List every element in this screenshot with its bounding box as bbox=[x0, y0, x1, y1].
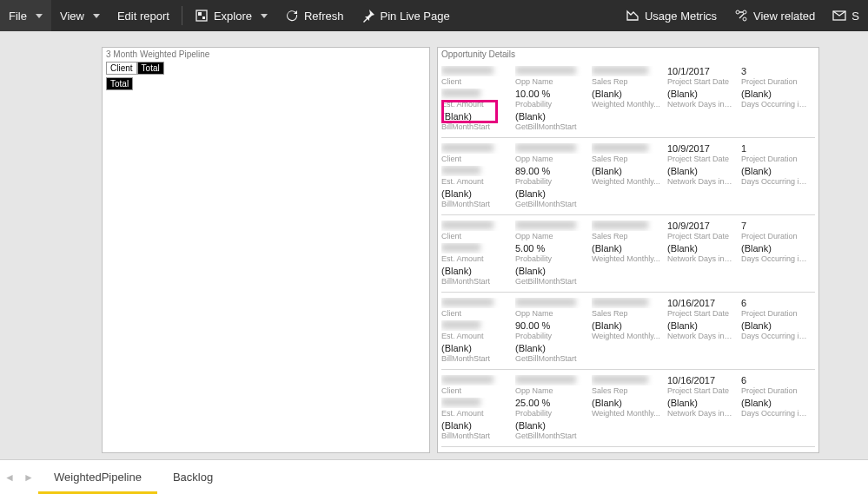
amt-label: Est. Amount bbox=[441, 409, 508, 418]
do-value: (Blank) bbox=[741, 243, 808, 254]
start-label: Project Start Date bbox=[667, 386, 734, 395]
pipeline-visual[interactable]: 3 Month Weighted Pipeline ClientTotal To… bbox=[102, 47, 430, 453]
start-label: Project Start Date bbox=[667, 155, 734, 163]
nd-value: (Blank) bbox=[667, 320, 734, 331]
bms-value: (Blank) bbox=[441, 188, 508, 199]
opp-label: Opp Name bbox=[515, 386, 585, 395]
client-label: Client bbox=[441, 309, 508, 318]
svg-point-3 bbox=[743, 17, 746, 21]
svg-point-2 bbox=[743, 10, 746, 14]
wm-value: (Blank) bbox=[592, 166, 660, 176]
detail-card: xClientxOpp NamexSales Rep10/16/2017Proj… bbox=[441, 370, 815, 447]
rep-label: Sales Rep bbox=[592, 309, 660, 318]
start-value: 10/1/2017 bbox=[667, 66, 734, 76]
do-value: (Blank) bbox=[741, 320, 808, 331]
do-label: Days Occurring in Mo... bbox=[741, 254, 808, 263]
opp-value: x bbox=[515, 66, 585, 76]
amt-label: Est. Amount bbox=[441, 100, 508, 109]
opp-label: Opp Name bbox=[515, 232, 585, 240]
tab-backlog[interactable]: Backlog bbox=[157, 460, 229, 494]
subscribe-button[interactable]: S bbox=[824, 0, 868, 31]
card-list: xClientxOpp NamexSales Rep10/1/2017Proje… bbox=[438, 59, 818, 449]
pipeline-matrix: ClientTotal Total bbox=[103, 59, 429, 90]
do-label: Days Occurring in Mo... bbox=[741, 177, 808, 186]
gbms-value: (Blank) bbox=[515, 111, 585, 122]
rep-value: x bbox=[592, 375, 660, 385]
rep-value: x bbox=[592, 298, 660, 308]
nd-label: Network Days in P... bbox=[667, 409, 734, 418]
dur-label: Project Duration bbox=[741, 77, 808, 86]
nd-value: (Blank) bbox=[667, 166, 734, 176]
opp-value: x bbox=[515, 221, 585, 231]
report-page: 3 Month Weighted Pipeline ClientTotal To… bbox=[102, 47, 819, 459]
wm-label: Weighted Monthly... bbox=[592, 332, 660, 340]
pin-icon bbox=[361, 9, 375, 23]
edit-report-label: Edit report bbox=[117, 10, 169, 23]
client-value: x bbox=[441, 221, 508, 231]
amt-label: Est. Amount bbox=[441, 254, 508, 263]
chart-icon bbox=[626, 9, 639, 23]
start-value: 10/16/2017 bbox=[667, 375, 734, 385]
bms-label: BillMonthStart bbox=[441, 200, 508, 208]
gbms-label: GetBillMonthStart bbox=[515, 277, 585, 286]
wm-value: (Blank) bbox=[592, 243, 660, 254]
gbms-label: GetBillMonthStart bbox=[515, 200, 585, 208]
usage-metrics-button[interactable]: Usage Metrics bbox=[617, 0, 726, 31]
bms-label: BillMonthStart bbox=[441, 122, 508, 131]
opp-value: x bbox=[515, 298, 585, 308]
amt-value: x bbox=[441, 320, 508, 331]
wm-value: (Blank) bbox=[592, 320, 660, 331]
client-label: Client bbox=[441, 232, 508, 240]
nd-label: Network Days in P... bbox=[667, 332, 734, 340]
refresh-button[interactable]: Refresh bbox=[276, 0, 353, 31]
subscribe-label: S bbox=[851, 10, 859, 23]
dur-value: 3 bbox=[741, 66, 808, 76]
client-value: x bbox=[441, 66, 508, 76]
edit-report-button[interactable]: Edit report bbox=[109, 0, 178, 31]
prob-label: Probability bbox=[515, 254, 585, 263]
mail-icon bbox=[832, 9, 846, 23]
wm-value: (Blank) bbox=[592, 398, 660, 408]
prob-value: 90.00 % bbox=[515, 320, 585, 331]
bms-label: BillMonthStart bbox=[441, 277, 508, 286]
do-value: (Blank) bbox=[741, 398, 808, 408]
rep-label: Sales Rep bbox=[592, 232, 660, 240]
details-visual[interactable]: Opportunity Details xClientxOpp NamexSal… bbox=[437, 47, 819, 453]
prob-value: 5.00 % bbox=[515, 243, 585, 254]
opp-label: Opp Name bbox=[515, 309, 585, 318]
bms-value: (Blank) bbox=[441, 111, 508, 122]
dur-label: Project Duration bbox=[741, 232, 808, 240]
bms-value: (Blank) bbox=[441, 266, 508, 276]
wm-label: Weighted Monthly... bbox=[592, 254, 660, 263]
opp-value: x bbox=[515, 143, 585, 154]
top-toolbar: File View Edit report Explore Refresh Pi… bbox=[0, 0, 868, 31]
tab-weighted-pipeline[interactable]: WeightedPipeline bbox=[38, 460, 157, 494]
gbms-label: GetBillMonthStart bbox=[515, 122, 585, 131]
prob-label: Probability bbox=[515, 332, 585, 340]
bms-value: (Blank) bbox=[441, 420, 508, 431]
amt-value: x bbox=[441, 166, 508, 176]
opp-label: Opp Name bbox=[515, 155, 585, 163]
client-value: x bbox=[441, 375, 508, 385]
bms-value: (Blank) bbox=[441, 343, 508, 353]
opp-value: x bbox=[515, 375, 585, 385]
do-label: Days Occurring in Mo... bbox=[741, 409, 808, 418]
explore-menu[interactable]: Explore bbox=[186, 0, 276, 31]
view-related-button[interactable]: View related bbox=[726, 0, 824, 31]
dur-label: Project Duration bbox=[741, 309, 808, 318]
tab-next[interactable]: ► bbox=[19, 460, 38, 494]
file-menu[interactable]: File bbox=[0, 0, 51, 31]
gbms-label: GetBillMonthStart bbox=[515, 354, 585, 363]
nd-label: Network Days in P... bbox=[667, 254, 734, 263]
wm-value: (Blank) bbox=[592, 89, 660, 99]
detail-card: xClientxOpp NamexSales Rep10/16/2017Proj… bbox=[441, 293, 815, 370]
dur-label: Project Duration bbox=[741, 386, 808, 395]
view-menu[interactable]: View bbox=[51, 0, 109, 31]
amt-label: Est. Amount bbox=[441, 332, 508, 340]
related-label: View related bbox=[753, 10, 815, 23]
tab-prev[interactable]: ◄ bbox=[0, 460, 19, 494]
nd-label: Network Days in P... bbox=[667, 177, 734, 186]
pin-button[interactable]: Pin Live Page bbox=[353, 0, 459, 31]
usage-label: Usage Metrics bbox=[645, 10, 717, 23]
pin-label: Pin Live Page bbox=[381, 10, 450, 23]
